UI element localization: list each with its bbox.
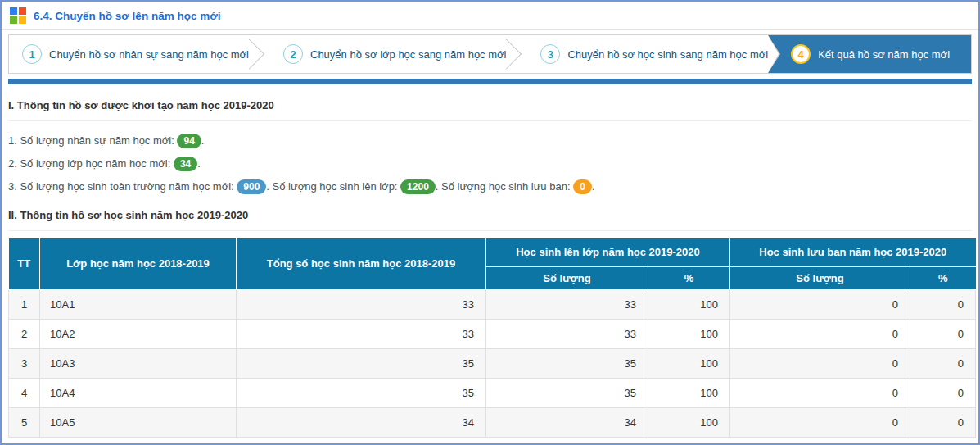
table-body: 110A1333310000210A2333310000310A33535100… — [9, 289, 976, 437]
info-line-3: 3. Số lượng học sinh toàn trường năm học… — [8, 175, 972, 198]
cell-tt: 4 — [9, 378, 40, 407]
info-text: . Số lượng học sinh lưu ban: — [436, 180, 573, 193]
cell-retained-qty: 0 — [730, 319, 910, 348]
info-text: . — [197, 157, 201, 170]
info-text: . — [592, 180, 595, 193]
table-row: 310A3353510000 — [9, 348, 976, 378]
section-students-title: II. Thông tin hồ sơ học sinh năm học 201… — [8, 209, 972, 231]
table-row: 410A4353510000 — [9, 378, 976, 407]
wizard-step-2[interactable]: 2 Chuyển hồ sơ lớp học sang năm học mới — [270, 35, 506, 73]
wizard-step-3[interactable]: 3 Chuyển hồ sơ học sinh sang năm học mới — [527, 35, 768, 73]
cell-class-name: 10A1 — [40, 289, 237, 319]
page-header: 6.4. Chuyển hồ sơ lên năm học mới — [2, 2, 978, 30]
step-3-label: Chuyển hồ sơ học sinh sang năm học mới — [567, 48, 768, 61]
cell-retained-pct: 0 — [910, 378, 976, 407]
col-header-retained-group: Học sinh lưu ban năm học 2019-2020 — [730, 238, 976, 266]
step-1-label: Chuyển hồ sơ nhân sự sang năm học mới — [49, 48, 249, 61]
cell-class-name: 10A4 — [40, 378, 237, 407]
cell-total: 35 — [237, 378, 486, 407]
step-3-number: 3 — [540, 44, 560, 64]
step-1-number: 1 — [22, 44, 42, 64]
wizard-step-1[interactable]: 1 Chuyển hồ sơ nhân sự sang năm học mới — [9, 35, 249, 73]
col-header-total: Tổng số học sinh năm học 2018-2019 — [237, 238, 486, 289]
cell-promoted-qty: 33 — [486, 289, 648, 319]
col-header-class: Lớp học năm học 2018-2019 — [40, 238, 237, 289]
info-text: 2. Số lượng lớp học năm học mới: — [8, 157, 174, 170]
cell-total: 34 — [237, 407, 486, 437]
table-row: 210A2333310000 — [9, 319, 976, 348]
cell-total: 33 — [237, 289, 486, 319]
info-text: 3. Số lượng học sinh toàn trường năm học… — [8, 180, 237, 193]
cell-retained-pct: 0 — [910, 348, 976, 378]
cell-tt: 3 — [9, 348, 40, 378]
cell-class-name: 10A5 — [40, 407, 237, 437]
cell-retained-pct: 0 — [910, 407, 976, 437]
wizard-steps: 1 Chuyển hồ sơ nhân sự sang năm học mới … — [8, 34, 972, 74]
info-text: . — [201, 134, 205, 147]
count-badge: 34 — [174, 157, 197, 171]
cell-promoted-pct: 100 — [648, 319, 730, 348]
cell-tt: 2 — [9, 319, 40, 348]
four-squares-logo-icon — [10, 7, 26, 24]
table-row: 510A5343410000 — [9, 407, 976, 437]
info-text: 1. Số lượng nhân sự năm học mới: — [8, 134, 177, 147]
cell-promoted-qty: 35 — [486, 348, 648, 378]
count-badge: 900 — [237, 179, 266, 194]
col-header-promoted-group: Học sinh lên lớp năm học 2019-2020 — [486, 238, 730, 266]
count-badge: 94 — [177, 134, 201, 148]
cell-total: 35 — [237, 348, 486, 378]
students-results-table: TT Lớp học năm học 2018-2019 Tổng số học… — [8, 238, 976, 438]
col-header-retained-pct: % — [910, 266, 976, 289]
info-text: . Số lượng học sinh lên lớp: — [266, 180, 400, 193]
count-badge: 0 — [573, 179, 592, 194]
cell-retained-qty: 0 — [730, 348, 910, 378]
section-divider-bar — [8, 79, 972, 84]
step-4-number: 4 — [791, 44, 811, 64]
wizard-step-4-active[interactable]: 4 Kết quả hồ sơ năm học mới — [768, 35, 972, 73]
cell-class-name: 10A2 — [40, 319, 237, 348]
cell-class-name: 10A3 — [40, 348, 237, 378]
col-header-promoted-qty: Số lượng — [486, 266, 648, 289]
cell-promoted-pct: 100 — [648, 289, 730, 319]
cell-tt: 1 — [9, 289, 40, 319]
cell-promoted-qty: 35 — [486, 378, 648, 407]
section-initialized-title: I. Thông tin hồ sơ được khởi tạo năm học… — [8, 99, 972, 121]
cell-retained-qty: 0 — [730, 289, 910, 319]
step-2-label: Chuyển hồ sơ lớp học sang năm học mới — [310, 48, 506, 61]
cell-retained-pct: 0 — [910, 319, 976, 348]
cell-total: 33 — [237, 319, 486, 348]
page-title: 6.4. Chuyển hồ sơ lên năm học mới — [34, 10, 221, 22]
cell-retained-qty: 0 — [730, 407, 910, 437]
col-header-tt: TT — [9, 238, 40, 289]
table-row: 110A1333310000 — [9, 289, 976, 319]
app-window: 6.4. Chuyển hồ sơ lên năm học mới 1 Chuy… — [0, 0, 980, 445]
count-badge: 1200 — [400, 179, 436, 194]
cell-promoted-qty: 33 — [486, 319, 648, 348]
cell-tt: 5 — [9, 407, 40, 437]
info-line-2: 2. Số lượng lớp học năm học mới: 34. — [8, 152, 972, 175]
cell-promoted-pct: 100 — [648, 407, 730, 437]
info-line-1: 1. Số lượng nhân sự năm học mới: 94. — [8, 129, 972, 152]
step-2-number: 2 — [283, 44, 303, 64]
step-4-label: Kết quả hồ sơ năm học mới — [818, 48, 950, 61]
table-header: TT Lớp học năm học 2018-2019 Tổng số học… — [9, 238, 976, 289]
initialized-info-list: 1. Số lượng nhân sự năm học mới: 94.2. S… — [8, 129, 972, 198]
col-header-retained-qty: Số lượng — [730, 266, 910, 289]
cell-retained-pct: 0 — [910, 289, 976, 319]
cell-retained-qty: 0 — [730, 378, 910, 407]
chevron-right-icon — [506, 35, 527, 73]
col-header-promoted-pct: % — [648, 266, 730, 289]
cell-promoted-pct: 100 — [648, 348, 730, 378]
cell-promoted-pct: 100 — [648, 378, 730, 407]
chevron-right-icon — [249, 35, 270, 73]
cell-promoted-qty: 34 — [486, 407, 648, 437]
